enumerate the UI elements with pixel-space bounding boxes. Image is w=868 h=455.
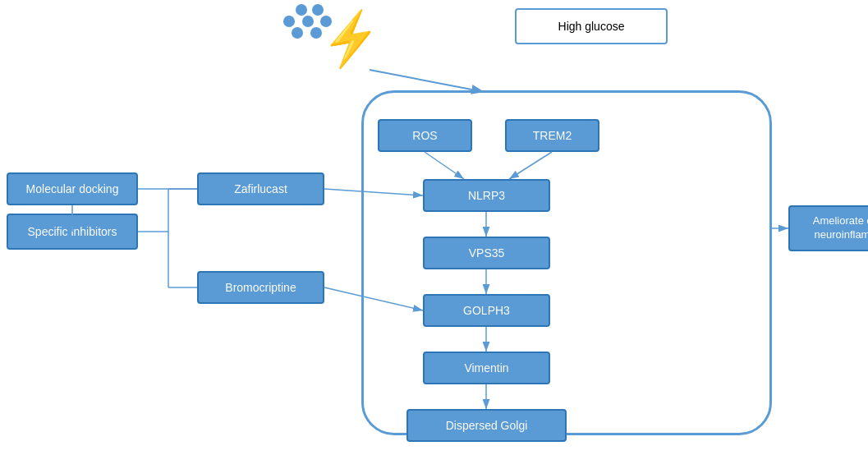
dot xyxy=(312,4,324,16)
ameliorate-label: Ameliorate diabetic neuroinflammation xyxy=(790,214,868,242)
dot xyxy=(296,4,307,16)
ros-box: ROS xyxy=(378,119,472,152)
high-glucose-label: High glucose xyxy=(558,20,625,33)
bromocriptine-label: Bromocriptine xyxy=(225,281,296,294)
specific-inhibitors-box: Specific inhibitors xyxy=(7,214,138,250)
nlrp3-box: NLRP3 xyxy=(423,179,550,212)
vps35-label: VPS35 xyxy=(469,246,505,260)
molecular-docking-label: Molecular docking xyxy=(26,182,119,195)
specific-inhibitors-label: Specific inhibitors xyxy=(28,225,117,238)
trem2-box: TREM2 xyxy=(505,119,599,152)
lightning-icon: ⚡ xyxy=(316,10,385,69)
dot xyxy=(302,16,314,27)
golph3-box: GOLPH3 xyxy=(423,294,550,327)
vps35-box: VPS35 xyxy=(423,237,550,269)
dot xyxy=(292,27,303,39)
zafirlucast-label: Zafirlucast xyxy=(234,182,287,195)
glucose-arrow xyxy=(370,70,485,92)
dispersed-golgi-label: Dispersed Golgi xyxy=(446,419,528,432)
zafirlucast-box: Zafirlucast xyxy=(197,172,324,205)
vimentin-box: Vimentin xyxy=(423,352,550,384)
high-glucose-box: High glucose xyxy=(515,8,668,44)
ros-label: ROS xyxy=(412,129,437,142)
molecular-docking-box: Molecular docking xyxy=(7,172,138,205)
bromocriptine-box: Bromocriptine xyxy=(197,271,324,304)
golph3-label: GOLPH3 xyxy=(463,304,510,317)
nlrp3-label: NLRP3 xyxy=(468,189,505,202)
vimentin-label: Vimentin xyxy=(464,361,508,375)
diagram-container: ⚡ High glucose Molecular docking Specifi… xyxy=(0,0,868,455)
ameliorate-box: Ameliorate diabetic neuroinflammation xyxy=(788,205,868,251)
dispersed-golgi-box: Dispersed Golgi xyxy=(406,409,567,442)
dot xyxy=(283,16,295,27)
trem2-label: TREM2 xyxy=(533,129,572,142)
